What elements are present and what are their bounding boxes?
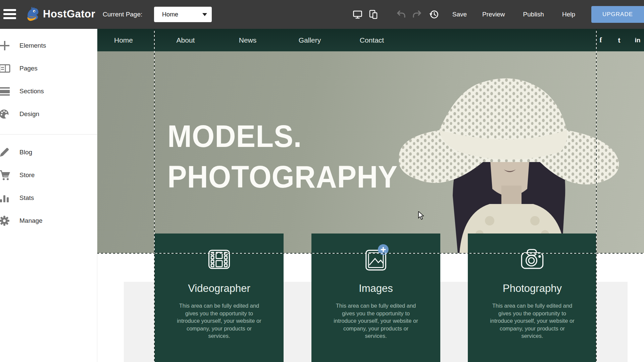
preview-button[interactable]: Preview (482, 11, 505, 18)
hero-section[interactable]: MODELS. PHOTOGRAPHY (97, 51, 644, 253)
facebook-icon[interactable]: f (600, 29, 602, 51)
site-nav-news[interactable]: News (239, 29, 257, 51)
sidebar-item-blog[interactable]: Blog (0, 141, 97, 164)
card-body-text: This area can be fully edited and gives … (490, 302, 575, 340)
gear-icon (0, 215, 19, 226)
cart-icon (0, 169, 19, 181)
sidebar-item-stats[interactable]: Stats (0, 187, 97, 209)
undo-icon[interactable] (396, 9, 406, 19)
mouse-cursor (418, 211, 426, 220)
sidebar-item-sections[interactable]: Sections (0, 80, 97, 103)
chevron-down-icon (202, 13, 207, 16)
publish-button[interactable]: Publish (523, 11, 544, 18)
plus-icon (0, 40, 19, 52)
sidebar-item-pages[interactable]: Pages (0, 57, 97, 80)
site-preview-canvas: Home About News Gallery Contact f t in (97, 29, 644, 362)
save-button[interactable]: Save (452, 11, 467, 18)
site-nav-contact[interactable]: Contact (360, 29, 384, 51)
sidebar-item-design[interactable]: Design (0, 103, 97, 125)
sections-icon (0, 86, 19, 96)
hostgator-logo: HostGator (25, 6, 95, 22)
film-icon (155, 246, 284, 272)
sidebar-divider (0, 134, 97, 135)
palette-icon (0, 108, 19, 120)
site-nav-about[interactable]: About (177, 29, 195, 51)
card-title: Images (311, 282, 440, 295)
editor-sidebar: Elements Pages Sections Design Blog Stor… (0, 29, 97, 362)
gator-icon (25, 6, 40, 22)
desktop-view-icon[interactable] (353, 9, 363, 19)
camera-icon (468, 246, 597, 272)
help-button[interactable]: Help (562, 11, 575, 18)
redo-icon[interactable] (412, 9, 422, 19)
site-nav-home[interactable]: Home (114, 29, 133, 51)
card-title: Videographer (155, 282, 284, 295)
model-photo (379, 51, 644, 253)
image-plus-icon (311, 246, 440, 272)
editor-topbar: HostGator Current Page: Home Save Previe… (0, 0, 644, 29)
page-select-value: Home (162, 11, 202, 18)
card-body-text: This area can be fully edited and gives … (334, 302, 418, 340)
card-title: Photography (468, 282, 597, 295)
sidebar-item-elements[interactable]: Elements (0, 34, 97, 57)
linkedin-icon[interactable]: in (635, 29, 641, 51)
sidebar-item-manage[interactable]: Manage (0, 209, 97, 232)
site-navbar: Home About News Gallery Contact f t in (97, 29, 644, 51)
twitter-icon[interactable]: t (618, 29, 621, 51)
hamburger-menu-icon[interactable] (3, 9, 17, 20)
current-page-label: Current Page: (103, 11, 142, 18)
brand-name: HostGator (43, 8, 95, 20)
stats-icon (0, 193, 19, 203)
page-select-dropdown[interactable]: Home (154, 7, 212, 22)
section-guide-right (596, 29, 597, 362)
history-icon[interactable] (429, 9, 439, 19)
mobile-view-icon[interactable] (368, 9, 379, 19)
site-nav-gallery[interactable]: Gallery (299, 29, 321, 51)
card-body-text: This area can be fully edited and gives … (177, 302, 261, 340)
section-guide-bottom (97, 253, 644, 254)
section-guide-left (154, 29, 155, 362)
hero-title[interactable]: MODELS. PHOTOGRAPHY (167, 116, 398, 197)
pages-icon (0, 63, 19, 74)
upgrade-button[interactable]: UPGRADE (591, 6, 644, 23)
pencil-icon (0, 147, 19, 158)
sidebar-item-store[interactable]: Store (0, 164, 97, 187)
